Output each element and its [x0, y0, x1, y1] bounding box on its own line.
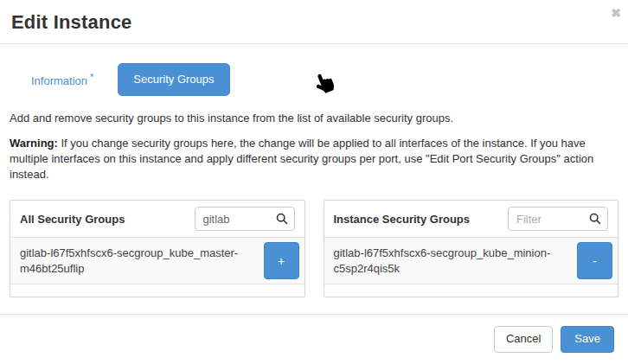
panel-header: All Security Groups — [10, 201, 304, 237]
all-groups-search-input[interactable] — [195, 207, 295, 231]
panel-header: Instance Security Groups — [324, 201, 618, 237]
edit-instance-modal: Edit Instance ✖ Information* Security Gr… — [0, 0, 628, 364]
warning-text: Warning: If you change security groups h… — [10, 136, 618, 182]
instance-security-groups-panel: Instance Security Groups gitlab-l67f5xhf… — [324, 200, 619, 297]
table-row: gitlab-l67f5xhfscx6-secgroup_kube_minion… — [324, 237, 618, 284]
all-security-groups-title: All Security Groups — [20, 213, 125, 226]
modal-header: Edit Instance ✖ — [0, 0, 628, 44]
tab-security-groups[interactable]: Security Groups — [118, 63, 229, 97]
required-asterisk: * — [90, 72, 93, 82]
remove-group-button[interactable]: - — [577, 242, 612, 279]
warning-label: Warning: — [10, 137, 58, 150]
table-row: gitlab-l67f5xhfscx6-secgroup_kube_master… — [10, 237, 304, 284]
modal-footer: Cancel Save — [0, 314, 628, 364]
filter-field-wrap — [508, 207, 608, 231]
tab-bar: Information* Security Groups — [19, 63, 618, 96]
security-group-name: gitlab-l67f5xhfscx6-secgroup_kube_minion… — [334, 246, 574, 277]
instance-security-groups-title: Instance Security Groups — [334, 213, 471, 226]
save-button[interactable]: Save — [561, 326, 614, 353]
instance-groups-filter-input[interactable] — [508, 207, 608, 231]
tab-information[interactable]: Information* — [19, 72, 97, 87]
panel-footer — [324, 284, 618, 297]
description-text: Add and remove security groups to this i… — [10, 111, 618, 125]
add-group-button[interactable]: + — [264, 242, 299, 279]
close-icon[interactable]: ✖ — [611, 7, 621, 19]
security-group-name: gitlab-l67f5xhfscx6-secgroup_kube_master… — [20, 246, 260, 277]
search-field-wrap — [195, 207, 295, 231]
security-group-panels: All Security Groups gitlab-l67f5xhfscx6-… — [10, 200, 618, 297]
modal-body: Information* Security Groups Add and rem… — [0, 63, 628, 297]
panel-footer — [10, 284, 304, 297]
all-security-groups-panel: All Security Groups gitlab-l67f5xhfscx6-… — [10, 200, 305, 297]
modal-title: Edit Instance — [11, 11, 617, 34]
cancel-button[interactable]: Cancel — [494, 326, 553, 353]
